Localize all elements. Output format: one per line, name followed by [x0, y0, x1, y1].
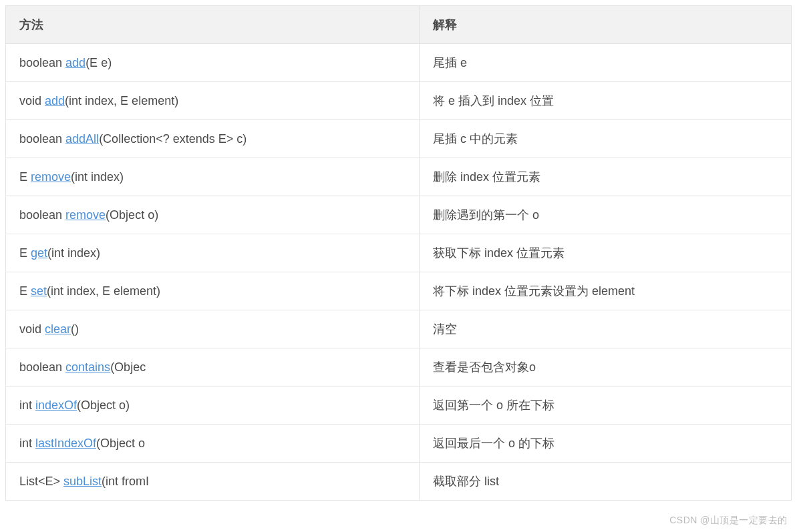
- table-row: void add(int index, E element) 将 e 插入到 i…: [6, 82, 792, 120]
- method-suffix: (int index, E element): [47, 284, 160, 298]
- method-cell: int indexOf(Object o): [6, 386, 420, 425]
- method-cell: boolean contains(Objec: [6, 348, 420, 386]
- description-cell: 删除遇到的第一个 o: [419, 196, 791, 234]
- table-row: boolean add(E e) 尾插 e: [6, 44, 792, 82]
- method-link[interactable]: get: [31, 246, 47, 260]
- table-row: boolean contains(Objec 查看是否包含对象o: [6, 348, 792, 386]
- method-cell: E get(int index): [6, 234, 420, 272]
- method-suffix: (Object o: [96, 437, 145, 450]
- method-link[interactable]: clear: [45, 322, 71, 336]
- header-description: 解释: [419, 6, 791, 44]
- table-row: E set(int index, E element) 将下标 index 位置…: [6, 272, 792, 310]
- method-link[interactable]: lastIndexOf: [35, 437, 96, 450]
- method-suffix: (Objec: [110, 360, 146, 374]
- method-cell: boolean remove(Object o): [6, 196, 420, 234]
- method-cell: boolean add(E e): [6, 44, 420, 82]
- method-cell: int lastIndexOf(Object o: [6, 425, 420, 463]
- method-prefix: boolean: [19, 132, 65, 146]
- table-row: List<E> subList(int fromI 截取部分 list: [6, 463, 792, 501]
- method-suffix: (int index): [71, 170, 124, 184]
- method-prefix: E: [19, 246, 31, 260]
- method-link[interactable]: addAll: [65, 132, 99, 146]
- method-prefix: boolean: [19, 56, 65, 69]
- table-row: int indexOf(Object o) 返回第一个 o 所在下标: [6, 386, 792, 425]
- table-row: int lastIndexOf(Object o 返回最后一个 o 的下标: [6, 425, 792, 463]
- method-suffix: (Collection<? extends E> c): [99, 132, 247, 146]
- description-cell: 返回最后一个 o 的下标: [419, 425, 791, 463]
- description-cell: 返回第一个 o 所在下标: [419, 386, 791, 425]
- method-prefix: boolean: [19, 360, 65, 374]
- description-cell: 清空: [419, 310, 791, 348]
- description-cell: 尾插 e: [419, 44, 791, 82]
- method-link[interactable]: add: [65, 56, 86, 69]
- table-header-row: 方法 解释: [6, 6, 792, 44]
- method-suffix: (int index): [47, 246, 100, 260]
- method-link[interactable]: remove: [31, 170, 71, 184]
- method-link[interactable]: set: [31, 284, 47, 298]
- description-cell: 获取下标 index 位置元素: [419, 234, 791, 272]
- method-prefix: int: [19, 398, 35, 412]
- description-cell: 截取部分 list: [419, 463, 791, 501]
- method-prefix: E: [19, 170, 31, 184]
- method-cell: boolean addAll(Collection<? extends E> c…: [6, 120, 420, 158]
- method-cell: List<E> subList(int fromI: [6, 463, 420, 501]
- method-link[interactable]: add: [45, 94, 65, 107]
- method-link[interactable]: subList: [63, 475, 102, 488]
- method-prefix: int: [19, 437, 35, 450]
- method-cell: E remove(int index): [6, 158, 420, 196]
- methods-table: 方法 解释 boolean add(E e) 尾插 e void add(int…: [5, 5, 792, 501]
- method-prefix: void: [19, 94, 45, 107]
- method-suffix: (): [71, 322, 79, 336]
- description-cell: 查看是否包含对象o: [419, 348, 791, 386]
- method-cell: E set(int index, E element): [6, 272, 420, 310]
- table-row: E remove(int index) 删除 index 位置元素: [6, 158, 792, 196]
- method-prefix: void: [19, 322, 45, 336]
- method-suffix: (int fromI: [102, 475, 149, 488]
- method-link[interactable]: remove: [65, 208, 106, 222]
- method-prefix: boolean: [19, 208, 65, 222]
- description-cell: 尾插 c 中的元素: [419, 120, 791, 158]
- method-suffix: (int index, E element): [65, 94, 178, 107]
- method-prefix: List<E>: [19, 475, 63, 488]
- method-cell: void clear(): [6, 310, 420, 348]
- method-link[interactable]: indexOf: [35, 398, 77, 412]
- method-suffix: (Object o): [77, 398, 130, 412]
- description-cell: 删除 index 位置元素: [419, 158, 791, 196]
- description-cell: 将 e 插入到 index 位置: [419, 82, 791, 120]
- header-method: 方法: [6, 6, 420, 44]
- method-cell: void add(int index, E element): [6, 82, 420, 120]
- table-row: boolean addAll(Collection<? extends E> c…: [6, 120, 792, 158]
- table-row: E get(int index) 获取下标 index 位置元素: [6, 234, 792, 272]
- method-prefix: E: [19, 284, 31, 298]
- table-row: boolean remove(Object o) 删除遇到的第一个 o: [6, 196, 792, 234]
- method-link[interactable]: contains: [65, 360, 110, 374]
- description-cell: 将下标 index 位置元素设置为 element: [419, 272, 791, 310]
- table-row: void clear() 清空: [6, 310, 792, 348]
- method-suffix: (E e): [86, 56, 112, 69]
- method-suffix: (Object o): [106, 208, 158, 222]
